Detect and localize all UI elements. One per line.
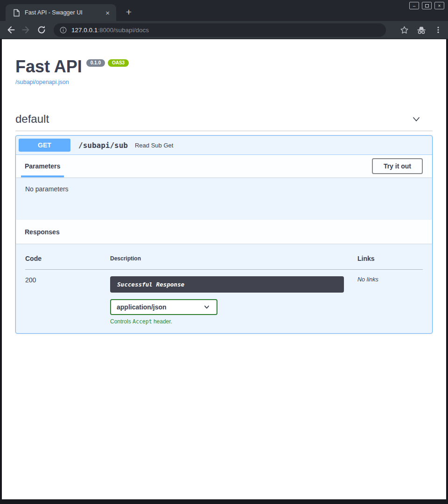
url-path: :8000/subapi/docs bbox=[98, 27, 149, 34]
http-method-badge: GET bbox=[19, 139, 70, 152]
response-links: No links bbox=[357, 270, 423, 325]
chevron-down-icon[interactable] bbox=[411, 114, 421, 124]
select-chevron-icon bbox=[203, 304, 210, 310]
operation-description: Read Sub Get bbox=[135, 142, 173, 149]
tab-parameters[interactable]: Parameters bbox=[25, 162, 60, 170]
page-content: Fast API 0.1.0 OAS3 /subapi/openapi.json… bbox=[2, 39, 446, 499]
response-code: 200 bbox=[25, 270, 110, 325]
responses-title: Responses bbox=[25, 228, 60, 236]
close-button[interactable]: × bbox=[434, 2, 444, 9]
maximize-button[interactable] bbox=[422, 2, 432, 9]
url-text: 127.0.0.1:8000/subapi/docs bbox=[71, 27, 149, 34]
active-tab-underline bbox=[21, 175, 64, 177]
oas3-badge: OAS3 bbox=[108, 59, 129, 67]
api-info: Fast API 0.1.0 OAS3 /subapi/openapi.json bbox=[15, 57, 433, 86]
try-it-out-button[interactable]: Try it out bbox=[372, 158, 423, 174]
url-host: 127.0.0.1 bbox=[71, 27, 98, 34]
address-bar[interactable]: 127.0.0.1:8000/subapi/docs bbox=[54, 23, 386, 37]
media-type-value: application/json bbox=[117, 303, 167, 311]
tab-title: Fast API - Swagger UI bbox=[25, 9, 104, 16]
incognito-icon bbox=[416, 26, 427, 35]
tab-close-icon[interactable]: × bbox=[104, 9, 112, 16]
browser-menu-icon[interactable] bbox=[434, 25, 442, 35]
response-description-box: Successful Response bbox=[110, 276, 344, 293]
operation-block: GET /subapi/sub Read Sub Get Parameters … bbox=[15, 135, 433, 334]
accept-note-code: Accept bbox=[133, 318, 152, 325]
tag-section-header[interactable]: default bbox=[15, 112, 433, 131]
window-titlebar: Fast API - Swagger UI × + – × bbox=[0, 0, 448, 21]
response-row: 200 Successful Response application/json bbox=[25, 270, 423, 325]
responses-header: Responses bbox=[16, 220, 432, 244]
maximize-icon bbox=[425, 4, 429, 7]
forward-button[interactable] bbox=[21, 25, 31, 35]
document-favicon-icon bbox=[13, 9, 20, 17]
no-parameters-text: No parameters bbox=[25, 185, 69, 193]
accept-note-suffix: header. bbox=[152, 318, 172, 325]
openapi-spec-link[interactable]: /subapi/openapi.json bbox=[15, 79, 69, 85]
page-title: Fast API 0.1.0 OAS3 bbox=[15, 57, 433, 77]
parameters-body: No parameters bbox=[16, 177, 432, 220]
accept-header-note: Controls Accept header. bbox=[110, 318, 344, 325]
api-badges: 0.1.0 OAS3 bbox=[82, 59, 129, 67]
accept-note-prefix: Controls bbox=[110, 318, 133, 325]
bookmark-star-icon[interactable] bbox=[400, 26, 409, 35]
responses-table: Code Description Links 200 Successful Re… bbox=[25, 255, 423, 325]
api-title-text: Fast API bbox=[15, 57, 82, 77]
operation-path: /subapi/sub bbox=[78, 141, 128, 150]
responses-body: Code Description Links 200 Successful Re… bbox=[16, 244, 432, 333]
media-type-select[interactable]: application/json bbox=[110, 299, 217, 315]
back-button[interactable] bbox=[6, 25, 16, 35]
minimize-button[interactable]: – bbox=[409, 2, 419, 9]
version-badge: 0.1.0 bbox=[86, 59, 105, 67]
reload-button[interactable] bbox=[36, 25, 47, 35]
browser-toolbar: 127.0.0.1:8000/subapi/docs bbox=[0, 21, 448, 39]
tag-name: default bbox=[15, 112, 49, 126]
window-controls: – × bbox=[409, 2, 444, 9]
column-header-links: Links bbox=[357, 255, 423, 270]
column-header-code: Code bbox=[25, 255, 110, 270]
operation-summary[interactable]: GET /subapi/sub Read Sub Get bbox=[16, 136, 432, 155]
column-header-description: Description bbox=[110, 255, 357, 270]
new-tab-button[interactable]: + bbox=[122, 6, 135, 19]
site-info-icon[interactable] bbox=[59, 26, 67, 34]
browser-tab[interactable]: Fast API - Swagger UI × bbox=[6, 4, 116, 21]
parameters-header: Parameters Try it out bbox=[16, 155, 432, 177]
